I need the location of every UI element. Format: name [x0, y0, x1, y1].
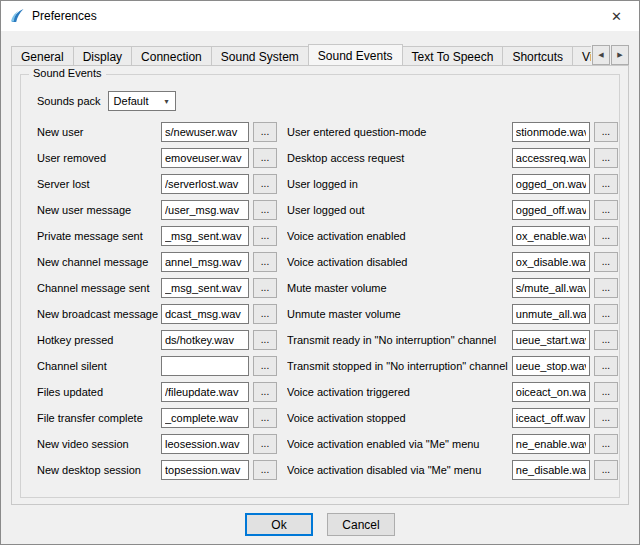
sound-event-label: New desktop session: [37, 464, 161, 476]
sound-file-input[interactable]: [161, 252, 249, 272]
sound-file-input[interactable]: [161, 174, 249, 194]
chevron-down-icon: ▾: [159, 97, 175, 106]
sound-event-row: User logged in...: [287, 171, 618, 197]
browse-button[interactable]: ...: [594, 148, 618, 168]
browse-button[interactable]: ...: [594, 460, 618, 480]
sound-event-row: Server lost...: [37, 171, 277, 197]
sounds-pack-label: Sounds pack: [37, 95, 101, 107]
browse-button[interactable]: ...: [253, 148, 277, 168]
browse-button[interactable]: ...: [253, 304, 277, 324]
sound-file-input[interactable]: [512, 408, 590, 428]
sound-event-label: New channel message: [37, 256, 161, 268]
sound-event-label: New user: [37, 126, 161, 138]
sound-event-label: Server lost: [37, 178, 161, 190]
sound-file-input[interactable]: [161, 122, 249, 142]
sound-file-input[interactable]: [512, 460, 590, 480]
sound-file-input[interactable]: [512, 356, 590, 376]
sound-file-input[interactable]: [512, 382, 590, 402]
sound-file-input[interactable]: [161, 304, 249, 324]
sound-file-input[interactable]: [512, 122, 590, 142]
sound-event-label: Channel silent: [37, 360, 161, 372]
browse-button[interactable]: ...: [594, 122, 618, 142]
sound-event-row: Transmit ready in "No interruption" chan…: [287, 327, 618, 353]
browse-button[interactable]: ...: [594, 382, 618, 402]
sound-file-input[interactable]: [161, 460, 249, 480]
sound-event-label: Private message sent: [37, 230, 161, 242]
ok-button[interactable]: Ok: [245, 513, 313, 536]
browse-button[interactable]: ...: [253, 330, 277, 350]
sound-event-row: Channel silent...: [37, 353, 277, 379]
browse-button[interactable]: ...: [253, 252, 277, 272]
tab-general[interactable]: General: [11, 46, 74, 65]
browse-button[interactable]: ...: [253, 434, 277, 454]
sound-event-label: User entered question-mode: [287, 126, 512, 138]
cancel-button[interactable]: Cancel: [327, 513, 395, 536]
sound-file-input[interactable]: [512, 148, 590, 168]
tab-scroll-left-icon[interactable]: ◀: [592, 45, 610, 65]
sound-file-input[interactable]: [512, 304, 590, 324]
sound-event-label: Voice activation triggered: [287, 386, 512, 398]
sound-file-input[interactable]: [161, 226, 249, 246]
browse-button[interactable]: ...: [594, 304, 618, 324]
sound-event-label: Hotkey pressed: [37, 334, 161, 346]
tab-shortcuts[interactable]: Shortcuts: [502, 46, 573, 65]
browse-button[interactable]: ...: [253, 356, 277, 376]
browse-button[interactable]: ...: [594, 356, 618, 376]
browse-button[interactable]: ...: [594, 434, 618, 454]
tab-scroll-right-icon[interactable]: ▶: [611, 45, 629, 65]
browse-button[interactable]: ...: [253, 200, 277, 220]
sounds-pack-value: Default: [114, 95, 149, 107]
sound-file-input[interactable]: [512, 200, 590, 220]
tab-sound-events[interactable]: Sound Events: [308, 44, 403, 65]
tab-video[interactable]: Video: [572, 46, 591, 65]
browse-button[interactable]: ...: [594, 278, 618, 298]
sound-file-input[interactable]: [161, 200, 249, 220]
close-icon[interactable]: ✕: [594, 1, 639, 31]
sound-file-input[interactable]: [512, 252, 590, 272]
tab-bar: GeneralDisplayConnectionSound SystemSoun…: [11, 44, 629, 65]
browse-button[interactable]: ...: [253, 278, 277, 298]
sound-event-label: User logged in: [287, 178, 512, 190]
tab-connection[interactable]: Connection: [131, 46, 212, 65]
browse-button[interactable]: ...: [594, 174, 618, 194]
sound-event-label: User removed: [37, 152, 161, 164]
sound-event-row: Files updated...: [37, 379, 277, 405]
browse-button[interactable]: ...: [253, 460, 277, 480]
sound-file-input[interactable]: [512, 174, 590, 194]
tab-display[interactable]: Display: [73, 46, 132, 65]
browse-button[interactable]: ...: [253, 122, 277, 142]
sound-file-input[interactable]: [512, 330, 590, 350]
sound-file-input[interactable]: [512, 434, 590, 454]
browse-button[interactable]: ...: [594, 252, 618, 272]
browse-button[interactable]: ...: [253, 174, 277, 194]
tab-text-to-speech[interactable]: Text To Speech: [402, 46, 504, 65]
sound-events-column-left: New user...User removed...Server lost...…: [37, 119, 277, 483]
sound-event-row: New broadcast message...: [37, 301, 277, 327]
sound-event-label: New video session: [37, 438, 161, 450]
sound-event-label: New user message: [37, 204, 161, 216]
sounds-pack-select[interactable]: Default ▾: [108, 91, 176, 111]
sound-event-row: New user...: [37, 119, 277, 145]
browse-button[interactable]: ...: [594, 408, 618, 428]
sound-event-label: Voice activation enabled: [287, 230, 512, 242]
sound-file-input[interactable]: [161, 382, 249, 402]
browse-button[interactable]: ...: [253, 382, 277, 402]
sound-event-row: New channel message...: [37, 249, 277, 275]
sound-file-input[interactable]: [512, 226, 590, 246]
browse-button[interactable]: ...: [253, 226, 277, 246]
browse-button[interactable]: ...: [594, 226, 618, 246]
browse-button[interactable]: ...: [253, 408, 277, 428]
browse-button[interactable]: ...: [594, 330, 618, 350]
sound-file-input[interactable]: [161, 330, 249, 350]
sound-event-row: User logged out...: [287, 197, 618, 223]
browse-button[interactable]: ...: [594, 200, 618, 220]
sound-events-column-right: User entered question-mode...Desktop acc…: [287, 119, 618, 483]
sound-file-input[interactable]: [161, 356, 249, 376]
sound-event-label: Unmute master volume: [287, 308, 512, 320]
tab-sound-system[interactable]: Sound System: [211, 46, 309, 65]
sound-file-input[interactable]: [512, 278, 590, 298]
sound-file-input[interactable]: [161, 148, 249, 168]
sound-file-input[interactable]: [161, 408, 249, 428]
sound-file-input[interactable]: [161, 434, 249, 454]
sound-file-input[interactable]: [161, 278, 249, 298]
